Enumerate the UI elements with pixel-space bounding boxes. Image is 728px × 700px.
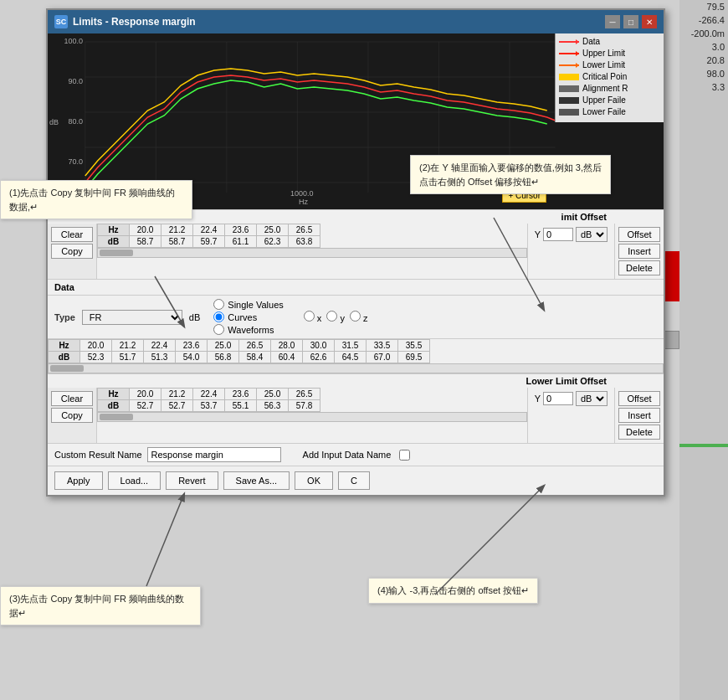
lower-y-input[interactable] (543, 392, 573, 405)
ok-button[interactable]: OK (295, 471, 333, 490)
lower-hz-3[interactable]: 23.6 (225, 389, 257, 400)
upper-copy-button[interactable]: Copy (51, 244, 93, 259)
lower-db-1[interactable]: 52.7 (161, 400, 193, 412)
annotation-4-text: (4)输入 -3,再点击右侧的 offset 按钮↵ (377, 585, 529, 595)
lower-delete-button[interactable]: Delete (618, 425, 660, 440)
radio-curves-input[interactable] (213, 311, 224, 322)
lower-hz-4[interactable]: 25.0 (257, 389, 289, 400)
upper-hz-0[interactable]: 20.0 (130, 224, 161, 236)
add-input-checkbox[interactable] (399, 450, 410, 461)
lower-db-4[interactable]: 56.3 (257, 400, 289, 412)
data-db-3[interactable]: 54.0 (176, 352, 208, 363)
apply-button[interactable]: Apply (54, 471, 103, 490)
lower-db-2[interactable]: 53.7 (193, 400, 225, 412)
data-db-5[interactable]: 58.4 (239, 352, 271, 363)
load-button[interactable]: Load... (108, 471, 161, 490)
lower-y-unit-select[interactable]: dB (576, 391, 608, 406)
upper-hz-3[interactable]: 23.6 (225, 224, 257, 236)
upper-hz-1[interactable]: 21.2 (161, 224, 193, 236)
right-val-2: -266.4 (679, 13, 728, 27)
radio-single-input[interactable] (213, 299, 224, 310)
revert-button[interactable]: Revert (166, 471, 218, 490)
upper-db-3[interactable]: 61.1 (225, 236, 257, 248)
minimize-button[interactable]: ─ (605, 15, 620, 28)
upper-y-input[interactable] (543, 228, 573, 241)
lower-hz-0[interactable]: 20.0 (130, 389, 161, 400)
lower-db-0[interactable]: 52.7 (130, 400, 161, 412)
lower-limit-header: Lower Limit Offset (48, 373, 664, 388)
data-hz-5[interactable]: 26.5 (239, 340, 271, 352)
data-scrollbar[interactable] (48, 363, 664, 373)
lower-hz-5[interactable]: 26.5 (289, 389, 320, 400)
xyz-radio-x[interactable]: x (304, 311, 322, 323)
data-hz-10[interactable]: 35.5 (398, 340, 430, 352)
data-db-2[interactable]: 51.3 (144, 352, 176, 363)
legend-alignment: Alignment R (559, 84, 660, 93)
upper-db-0[interactable]: 58.7 (130, 236, 161, 248)
lower-insert-button[interactable]: Insert (618, 408, 660, 423)
data-db-7[interactable]: 62.6 (303, 352, 335, 363)
lower-offset-button[interactable]: Offset (618, 391, 660, 406)
xyz-radio-z[interactable]: z (350, 311, 368, 323)
upper-db-2[interactable]: 59.7 (193, 236, 225, 248)
upper-hz-5[interactable]: 26.5 (289, 224, 320, 236)
data-hz-9[interactable]: 33.5 (367, 340, 398, 352)
type-select[interactable]: FR (82, 310, 182, 325)
data-hz-4[interactable]: 25.0 (208, 340, 239, 352)
data-table-wrap: Hz 20.0 21.2 22.4 23.6 25.0 26.5 28.0 30… (48, 338, 664, 373)
data-db-6[interactable]: 60.4 (271, 352, 303, 363)
upper-hz-2[interactable]: 22.4 (193, 224, 225, 236)
lower-clear-button[interactable]: Clear (51, 391, 93, 406)
maximize-button[interactable]: □ (623, 15, 638, 28)
lower-hz-1[interactable]: 21.2 (161, 389, 193, 400)
data-heading: Data (48, 279, 664, 295)
upper-db-1[interactable]: 58.7 (161, 236, 193, 248)
data-db-0[interactable]: 52.3 (80, 352, 112, 363)
annotation-3-text: (3)先点击 Copy 复制中间 FR 频响曲线的数据↵ (9, 594, 184, 618)
upper-y-unit-select[interactable]: dB (576, 227, 608, 242)
type-unit: dB (189, 312, 200, 322)
radio-single[interactable]: Single Values (213, 299, 283, 310)
xyz-y-input[interactable] (326, 311, 337, 322)
data-db-8[interactable]: 64.5 (335, 352, 367, 363)
lower-copy-button[interactable]: Copy (51, 408, 93, 423)
data-db-1[interactable]: 51.7 (112, 352, 144, 363)
data-db-4[interactable]: 56.8 (208, 352, 239, 363)
data-hz-1[interactable]: 21.2 (112, 340, 144, 352)
title-bar: SC Limits - Response margin ─ □ ✕ (48, 10, 664, 33)
data-db-10[interactable]: 69.5 (398, 352, 430, 363)
xyz-z-input[interactable] (350, 311, 361, 322)
data-db-9[interactable]: 67.0 (367, 352, 398, 363)
data-hz-2[interactable]: 22.4 (144, 340, 176, 352)
upper-scrollbar[interactable] (97, 248, 527, 258)
lower-db-3[interactable]: 55.1 (225, 400, 257, 412)
lower-db-5[interactable]: 57.8 (289, 400, 320, 412)
radio-waveforms-input[interactable] (213, 324, 224, 335)
custom-name-input[interactable] (147, 447, 281, 462)
upper-db-4[interactable]: 62.3 (257, 236, 289, 248)
save-as-button[interactable]: Save As... (223, 471, 290, 490)
xyz-radio-y[interactable]: y (326, 311, 345, 323)
right-val-6: 98.0 (679, 67, 728, 80)
green-line (679, 444, 728, 447)
lower-scrollbar[interactable] (97, 412, 527, 422)
cancel-button[interactable]: C (338, 471, 370, 490)
close-button[interactable]: ✕ (642, 15, 657, 28)
upper-clear-button[interactable]: Clear (51, 227, 93, 242)
upper-db-5[interactable]: 63.8 (289, 236, 320, 248)
data-hz-7[interactable]: 30.0 (303, 340, 335, 352)
xyz-x-input[interactable] (304, 311, 315, 322)
legend-upper-fail-label: Upper Faile (582, 95, 626, 105)
data-hz-0[interactable]: 20.0 (80, 340, 112, 352)
upper-delete-button[interactable]: Delete (618, 260, 660, 275)
data-hz-6[interactable]: 28.0 (271, 340, 303, 352)
radio-curves[interactable]: Curves (213, 311, 283, 322)
data-hz-3[interactable]: 23.6 (176, 340, 208, 352)
lower-hz-2[interactable]: 22.4 (193, 389, 225, 400)
upper-hz-4[interactable]: 25.0 (257, 224, 289, 236)
upper-offset-button[interactable]: Offset (618, 227, 660, 242)
upper-insert-button[interactable]: Insert (618, 244, 660, 259)
data-hz-8[interactable]: 31.5 (335, 340, 367, 352)
svg-rect-17 (559, 97, 579, 104)
radio-waveforms[interactable]: Waveforms (213, 324, 283, 335)
